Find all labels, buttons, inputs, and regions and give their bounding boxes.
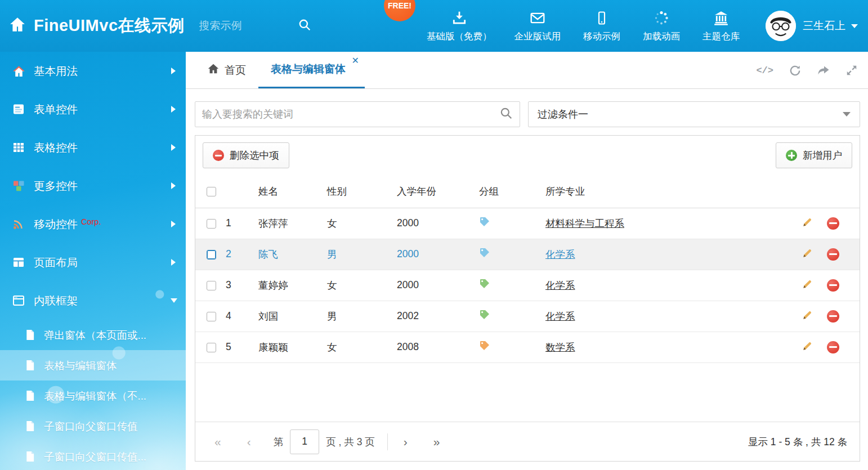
file-icon xyxy=(25,359,36,371)
close-icon[interactable]: ✕ xyxy=(352,56,359,65)
top-header: FineUIMvc在线示例 FREE! 基础版（免费） 企业版试用 xyxy=(0,0,868,52)
delete-row-icon[interactable] xyxy=(827,279,839,292)
tag-icon xyxy=(479,249,490,261)
major-link[interactable]: 数学系 xyxy=(545,342,575,353)
table-row[interactable]: 5 康颖颖 女 2008 数学系 xyxy=(195,332,860,362)
sidebar-item-form-controls[interactable]: 表单控件 xyxy=(0,90,186,128)
edit-icon[interactable] xyxy=(802,278,813,293)
edit-icon[interactable] xyxy=(802,216,813,231)
edit-icon[interactable] xyxy=(802,309,813,324)
major-link[interactable]: 化学系 xyxy=(545,280,575,291)
corp-badge: Corp. xyxy=(81,217,101,226)
nav-item-basic-free[interactable]: FREE! 基础版（免费） xyxy=(415,9,503,43)
content-area: 过滤条件一 删除选中项 新增用户 xyxy=(186,89,868,470)
search-icon[interactable] xyxy=(499,106,513,122)
column-header-major[interactable]: 所学专业 xyxy=(545,175,800,208)
major-link[interactable]: 化学系 xyxy=(545,249,575,260)
view-source-icon[interactable]: </> xyxy=(756,65,773,76)
delete-selected-button[interactable]: 删除选中项 xyxy=(203,142,289,168)
column-header-year[interactable]: 入学年份 xyxy=(397,175,479,208)
table-row[interactable]: 3 董婷婷 女 2000 化学系 xyxy=(195,270,860,301)
sidebar-item-mobile-controls[interactable]: 移动控件 Corp. xyxy=(0,205,186,243)
sidebar-item-inline-frame[interactable]: 内联框架 xyxy=(0,281,186,320)
sidebar-item-basic-usage[interactable]: 基本用法 xyxy=(0,52,186,90)
file-icon xyxy=(25,450,36,463)
sidebar-subitem-grid-edit-window[interactable]: 表格与编辑窗体 xyxy=(0,350,186,381)
nav-item-enterprise-trial[interactable]: 企业版试用 xyxy=(503,9,572,43)
row-checkbox[interactable] xyxy=(207,312,216,321)
table-row[interactable]: 1 张萍萍 女 2000 材料科学与工程系 xyxy=(195,208,860,239)
open-new-window-icon[interactable] xyxy=(817,64,830,77)
sidebar-subitem-label: 子窗口向父窗口传值 xyxy=(44,419,138,433)
sidebar-subitem-popup-window[interactable]: 弹出窗体（本页面或... xyxy=(0,320,186,350)
delete-row-icon[interactable] xyxy=(827,248,839,261)
frame-icon xyxy=(11,293,26,308)
main-area: 首页 表格与编辑窗体 ✕ </> xyxy=(186,52,868,470)
user-name: 三生石上 xyxy=(803,19,845,33)
row-checkbox[interactable] xyxy=(207,250,216,259)
tab-grid-edit-window[interactable]: 表格与编辑窗体 ✕ xyxy=(258,52,365,88)
divider xyxy=(387,433,388,450)
next-page-button[interactable]: › xyxy=(400,435,411,449)
first-page-button[interactable]: « xyxy=(211,435,225,449)
record-count-summary: 显示 1 - 5 条 , 共 12 条 xyxy=(748,435,847,449)
prev-page-button[interactable]: ‹ xyxy=(244,435,254,449)
major-link[interactable]: 材料科学与工程系 xyxy=(545,218,624,229)
tag-icon xyxy=(479,218,490,230)
sidebar-subitem-label: 弹出窗体（本页面或... xyxy=(44,328,146,342)
brand[interactable]: FineUIMvc在线示例 xyxy=(9,15,185,37)
row-checkbox[interactable] xyxy=(207,281,216,290)
row-index: 3 xyxy=(226,270,258,301)
table-row[interactable]: 2 陈飞 男 2000 化学系 xyxy=(195,239,860,270)
tab-bar: 首页 表格与编辑窗体 ✕ </> xyxy=(186,52,868,89)
sidebar-subitem-grid-edit-window-2[interactable]: 表格与编辑窗体（不... xyxy=(0,381,186,411)
page-number-input[interactable] xyxy=(290,429,319,454)
keyword-search-input[interactable] xyxy=(202,109,499,120)
page-label-prefix: 第 xyxy=(274,435,284,449)
cell-year: 2000 xyxy=(397,239,479,270)
header-search-input[interactable] xyxy=(199,20,298,32)
edit-icon[interactable] xyxy=(802,247,813,262)
column-header-gender[interactable]: 性别 xyxy=(327,175,397,208)
sidebar-item-grid-controls[interactable]: 表格控件 xyxy=(0,128,186,167)
filter-select[interactable]: 过滤条件一 xyxy=(528,101,860,127)
header-nav: FREE! 基础版（免费） 企业版试用 移动示例 xyxy=(415,9,751,43)
table-row[interactable]: 4 刘国 男 2002 化学系 xyxy=(195,301,860,332)
nav-label: 企业版试用 xyxy=(514,30,561,43)
major-link[interactable]: 化学系 xyxy=(545,311,575,322)
sidebar-item-label: 表格控件 xyxy=(34,140,78,155)
nav-item-mobile-demo[interactable]: 移动示例 xyxy=(572,9,632,43)
nav-item-loading-animation[interactable]: 加载动画 xyxy=(632,9,691,43)
tag-icon xyxy=(479,311,490,323)
search-icon[interactable] xyxy=(298,18,311,34)
add-user-button[interactable]: 新增用户 xyxy=(776,142,852,168)
column-header-group[interactable]: 分组 xyxy=(479,175,545,208)
delete-row-icon[interactable] xyxy=(827,310,839,323)
select-all-checkbox[interactable] xyxy=(207,187,216,196)
sidebar-subitem-label: 子窗口向父窗口传值... xyxy=(44,450,146,464)
nav-item-theme-store[interactable]: 主题仓库 xyxy=(691,9,751,43)
sidebar-subitem-child-to-parent[interactable]: 子窗口向父窗口传值 xyxy=(0,411,186,441)
refresh-icon[interactable] xyxy=(789,64,802,77)
spinner-icon xyxy=(654,9,669,26)
sidebar-item-page-layout[interactable]: 页面布局 xyxy=(0,243,186,281)
row-checkbox[interactable] xyxy=(207,219,216,229)
sidebar-item-more-controls[interactable]: 更多控件 xyxy=(0,167,186,205)
tab-toolbar: </> xyxy=(756,52,858,89)
user-menu[interactable]: 三生石上 xyxy=(766,11,858,41)
header-search xyxy=(199,18,311,34)
edit-icon[interactable] xyxy=(802,340,813,355)
tag-icon xyxy=(479,342,490,353)
row-checkbox[interactable] xyxy=(207,343,216,352)
column-header-name[interactable]: 姓名 xyxy=(258,175,327,208)
app-title: FineUIMvc在线示例 xyxy=(34,15,185,37)
cell-name: 董婷婷 xyxy=(258,270,327,301)
delete-row-icon[interactable] xyxy=(827,341,839,353)
fullscreen-icon[interactable] xyxy=(845,64,858,77)
keyword-search xyxy=(195,101,520,127)
tab-home[interactable]: 首页 xyxy=(195,52,258,88)
delete-row-icon[interactable] xyxy=(827,217,839,230)
sidebar-subitem-child-to-parent-2[interactable]: 子窗口向父窗口传值... xyxy=(0,441,186,470)
last-page-button[interactable]: » xyxy=(430,435,444,449)
chevron-right-icon xyxy=(171,221,176,227)
